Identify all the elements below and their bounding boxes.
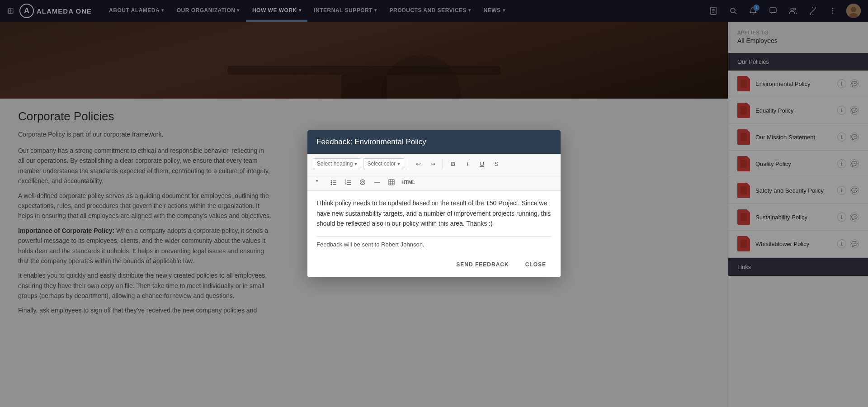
bold-button[interactable]: B	[447, 157, 459, 170]
embed-button[interactable]	[356, 176, 369, 189]
svg-rect-39	[389, 180, 394, 185]
modal-toolbar-row2: " 1. 2. 3.	[307, 174, 561, 191]
send-feedback-button[interactable]: SEND FEEDBACK	[451, 259, 514, 270]
modal-toolbar-row1: Select heading ▾ Select color ▾ ↩ ↪ B I …	[307, 154, 561, 174]
toolbar-divider	[443, 159, 443, 168]
underline-button[interactable]: U	[476, 157, 488, 170]
feedback-modal: Feedback: Environmental Policy Select he…	[307, 130, 561, 276]
bullet-list-button[interactable]	[327, 176, 340, 189]
svg-point-36	[360, 180, 365, 185]
strikethrough-button[interactable]: S	[490, 157, 503, 170]
html-button[interactable]: HTML	[400, 176, 417, 189]
close-button[interactable]: CLOSE	[520, 259, 552, 270]
svg-text:": "	[316, 179, 318, 185]
numbered-list-button[interactable]: 1. 2. 3.	[342, 176, 354, 189]
color-select[interactable]: Select color ▾	[363, 158, 404, 169]
modal-header: Feedback: Environmental Policy	[307, 130, 561, 154]
svg-point-28	[331, 184, 332, 185]
redo-button[interactable]: ↪	[426, 157, 439, 170]
chevron-down-icon: ▾	[354, 161, 357, 167]
divider-button[interactable]	[371, 176, 383, 189]
modal-feedback-note: Feedback will be sent to Robert Johnson.	[307, 237, 561, 252]
svg-text:3.: 3.	[345, 183, 347, 185]
color-select-label: Select color	[367, 161, 396, 167]
undo-button[interactable]: ↩	[412, 157, 425, 170]
quote-button[interactable]: "	[313, 176, 326, 189]
table-button[interactable]	[385, 176, 398, 189]
svg-point-24	[331, 180, 332, 182]
italic-button[interactable]: I	[461, 157, 474, 170]
modal-body[interactable]: I think policy needs to be updated based…	[307, 191, 561, 236]
modal-overlay[interactable]: Feedback: Environmental Policy Select he…	[0, 0, 868, 407]
svg-point-37	[362, 181, 363, 183]
heading-select[interactable]: Select heading ▾	[313, 158, 361, 169]
modal-footer: SEND FEEDBACK CLOSE	[307, 252, 561, 277]
svg-point-26	[331, 182, 332, 184]
toolbar-divider	[408, 159, 408, 168]
heading-select-label: Select heading	[317, 161, 353, 167]
chevron-down-icon: ▾	[397, 161, 400, 167]
